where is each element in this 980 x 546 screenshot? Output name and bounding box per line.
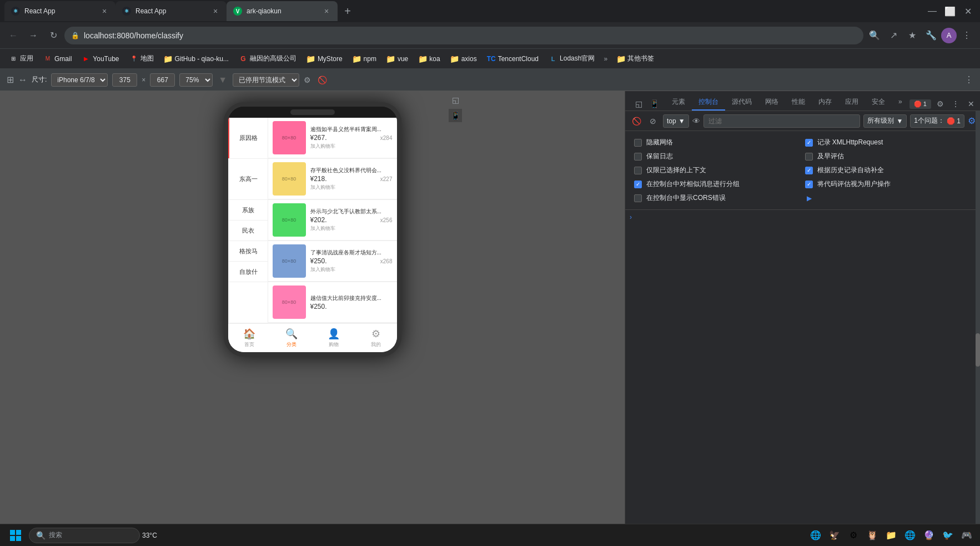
inspect-icon[interactable]: ◱ <box>449 93 462 107</box>
taskbar-icon-6[interactable]: 🌐 <box>901 527 919 544</box>
tab-network[interactable]: 网络 <box>758 94 785 111</box>
tab-application[interactable]: 应用 <box>838 94 865 111</box>
cs-checkbox-group[interactable]: ✓ <box>634 181 642 188</box>
pnav-home[interactable]: 🏠 首页 <box>228 324 270 352</box>
tab-elements[interactable]: 元素 <box>665 94 692 111</box>
more-bookmarks[interactable]: » <box>600 55 611 63</box>
devtools-more-icon[interactable]: ⋮ <box>949 97 962 111</box>
console-filter-input[interactable] <box>703 114 861 128</box>
cs-checkbox-cors[interactable] <box>634 194 642 202</box>
taskbar-icon-1[interactable]: 🌐 <box>807 527 825 544</box>
bookmark-apps[interactable]: ⊞ 应用 <box>4 52 38 66</box>
start-button[interactable] <box>4 527 27 544</box>
taskbar-icon-4[interactable]: 🦉 <box>863 527 881 544</box>
tab-2-close[interactable]: × <box>211 7 220 16</box>
add-cart-4[interactable]: 加入购物车 <box>310 266 393 273</box>
device-toggle-icon[interactable]: ⊞ <box>7 74 14 85</box>
menu-icon[interactable]: ⋮ <box>958 27 976 44</box>
tab-security[interactable]: 安全 <box>865 94 892 111</box>
reload-button[interactable]: ↻ <box>44 27 62 44</box>
device-toolbar-more[interactable]: ⋮ <box>964 74 973 85</box>
pnav-shop[interactable]: 👤 购物 <box>313 324 355 352</box>
tab-1-close[interactable]: × <box>100 7 109 16</box>
taskbar-icon-8[interactable]: 🐦 <box>939 527 957 544</box>
address-bar[interactable]: 🔒 localhost:8080/home/classify <box>64 27 863 44</box>
cs-checkbox-autocomplete[interactable]: ✓ <box>805 167 813 174</box>
tab-3[interactable]: V ark-qiaokun × <box>227 1 338 21</box>
maximize-button[interactable]: ⬜ <box>942 3 958 19</box>
bookmark-tencent[interactable]: TC TencentCloud <box>483 52 543 66</box>
throttle-select[interactable]: 已停用节流模式 <box>233 73 299 87</box>
device-rotate-icon[interactable]: ↔ <box>18 75 27 85</box>
share-icon[interactable]: ↗ <box>884 27 902 44</box>
forward-button[interactable]: → <box>24 27 42 44</box>
taskbar-icon-2[interactable]: 🦅 <box>826 527 843 544</box>
device-mode-icon[interactable]: 📱 <box>449 109 462 122</box>
issues-badge[interactable]: 🛑 1 <box>909 99 931 109</box>
add-cart-1[interactable]: 加入购物车 <box>310 143 393 150</box>
log-level-dropdown[interactable]: 所有级别 ▼ <box>863 114 907 128</box>
tab-2[interactable]: ⚛ React App × <box>115 1 227 21</box>
cs-checkbox-user-gesture[interactable]: ✓ <box>805 181 813 188</box>
taskbar-search[interactable]: 🔍 搜索 <box>29 528 140 543</box>
devtools-close-icon[interactable]: ✕ <box>964 97 978 111</box>
taskbar-icon-5[interactable]: 📁 <box>882 527 900 544</box>
cs-checkbox-log-xhr[interactable]: ✓ <box>805 139 813 147</box>
bookmark-youtube[interactable]: ▶ YouTube <box>77 52 123 66</box>
pnav-classify[interactable]: 🔍 分类 <box>270 324 313 352</box>
search-icon[interactable]: 🔍 <box>866 27 883 44</box>
new-tab-button[interactable]: + <box>340 3 355 19</box>
bookmark-icon[interactable]: ★ <box>903 27 921 44</box>
zoom-select[interactable]: 75% <box>179 73 213 87</box>
cs-checkbox-hide-network[interactable] <box>634 139 642 147</box>
taskbar-icon-7[interactable]: 🔮 <box>920 527 938 544</box>
bookmark-mystore[interactable]: 📁 MyStore <box>302 52 347 66</box>
close-button[interactable]: ✕ <box>960 3 976 19</box>
cs-checkbox-preserve[interactable] <box>634 153 642 161</box>
cs-expand-button[interactable]: ▶ <box>805 194 814 203</box>
bookmark-lodash[interactable]: L Lodash官网 <box>544 52 599 66</box>
pnav-mine[interactable]: ⚙ 我的 <box>355 324 397 352</box>
tab-1[interactable]: ⚛ React App × <box>4 1 115 21</box>
back-button[interactable]: ← <box>4 27 22 44</box>
bookmark-npm[interactable]: 📁 npm <box>348 52 381 66</box>
console-settings-icon[interactable]: ⚙ <box>968 116 976 126</box>
inspect-element-icon[interactable]: ◱ <box>632 97 645 111</box>
profile-icon[interactable]: A <box>941 28 957 43</box>
bookmark-rongyin[interactable]: G 融因的高级公司 <box>234 52 301 66</box>
bookmark-gmail[interactable]: M Gmail <box>39 52 76 66</box>
device-mode-tab-icon[interactable]: 📱 <box>647 97 661 111</box>
taskbar-icon-9[interactable]: 🎮 <box>958 527 976 544</box>
throttle-settings-icon[interactable]: ⚙ <box>304 76 311 84</box>
devtools-scrollbar[interactable] <box>976 111 980 524</box>
taskbar-icon-3[interactable]: ⚙ <box>845 527 862 544</box>
device-height-input[interactable] <box>150 73 175 87</box>
add-cart-3[interactable]: 加入购物车 <box>310 225 393 232</box>
bookmark-axios[interactable]: 📁 axios <box>446 52 481 66</box>
tab-more[interactable]: » <box>892 94 909 111</box>
minimize-button[interactable]: — <box>924 3 940 19</box>
eye-icon[interactable]: 👁 <box>692 117 700 126</box>
cs-checkbox-eager[interactable] <box>805 153 813 161</box>
tab-sources[interactable]: 源代码 <box>725 94 758 111</box>
extensions-icon[interactable]: 🔧 <box>922 27 940 44</box>
add-cart-2[interactable]: 加入购物车 <box>310 184 393 191</box>
bookmark-vue[interactable]: 📁 vue <box>382 52 413 66</box>
devtools-settings-icon[interactable]: ⚙ <box>933 97 947 111</box>
tab-3-close[interactable]: × <box>322 7 331 16</box>
bookmark-other[interactable]: 📁 其他书签 <box>612 52 659 66</box>
console-body[interactable]: › <box>625 210 980 546</box>
no-throttle-icon[interactable]: 🚫 <box>318 76 327 84</box>
bookmark-github[interactable]: 📁 GitHub - qiao-ku... <box>159 52 233 66</box>
bookmark-koa[interactable]: 📁 koa <box>414 52 444 66</box>
bookmark-maps[interactable]: 📍 地图 <box>125 52 158 66</box>
device-width-input[interactable] <box>112 73 137 87</box>
tab-memory[interactable]: 内存 <box>812 94 838 111</box>
context-dropdown[interactable]: top ▼ <box>663 114 689 128</box>
cs-checkbox-selected-context[interactable] <box>634 167 642 174</box>
device-select[interactable]: iPhone 6/7/8 <box>51 73 108 87</box>
issues-button[interactable]: 1个问题： 🛑 1 <box>910 114 964 128</box>
tab-console[interactable]: 控制台 <box>692 94 725 111</box>
tab-performance[interactable]: 性能 <box>785 94 812 111</box>
console-filter-icon[interactable]: ⊘ <box>646 114 660 128</box>
